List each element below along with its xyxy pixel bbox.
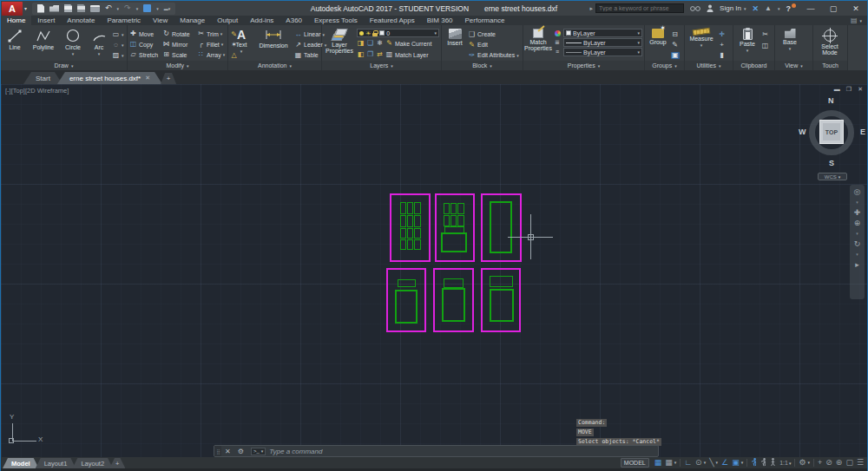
door[interactable] <box>442 288 465 322</box>
tab-insert[interactable]: Insert <box>31 16 61 25</box>
model-space-toggle[interactable]: MODEL <box>621 458 649 468</box>
isolate-objects-icon[interactable]: ⊘ <box>825 459 832 467</box>
linetype-select[interactable]: ByLayer ▾ <box>563 38 642 47</box>
layers-panel-label[interactable]: Layers▾ <box>322 61 441 70</box>
save-icon[interactable] <box>64 4 72 12</box>
command-input[interactable] <box>269 448 658 455</box>
close-button[interactable]: ✕ <box>845 1 867 16</box>
clean-screen-icon[interactable]: ▢ <box>845 459 853 467</box>
command-line[interactable]: ⣿ ✕ ⚙ >_▾ <box>214 445 659 457</box>
group-edit-icon[interactable]: ✎ <box>671 42 679 49</box>
object-snap-icon[interactable]: ▣▾ <box>732 459 743 467</box>
compass-east[interactable]: E <box>860 128 865 136</box>
customization-menu-icon[interactable]: ☰ <box>857 459 864 467</box>
text-button[interactable]: A Text ▾ <box>230 27 253 60</box>
tab-parametric[interactable]: Parametric <box>101 16 147 25</box>
ellipse-caret-icon[interactable]: ▾ <box>122 43 124 48</box>
quick-calc-icon[interactable]: ▮ <box>718 52 726 59</box>
snap-mode-icon[interactable]: ▦▾ <box>665 459 676 467</box>
layer-freeze-icon[interactable]: ❄ <box>376 40 384 47</box>
annotation-scale-person-icon[interactable] <box>770 458 776 468</box>
application-menu-caret-icon[interactable]: ▾ <box>24 5 27 11</box>
view-panel-label[interactable]: View▾ <box>775 61 812 70</box>
navbar-caret-icon[interactable]: ▾ <box>856 199 858 206</box>
base-button[interactable]: Base ▾ <box>777 27 803 60</box>
cut-icon[interactable]: ✂ <box>761 31 769 38</box>
viewport-controls[interactable]: [-][Top][2D Wireframe] <box>5 87 69 95</box>
window-pane[interactable] <box>414 202 421 214</box>
array-button[interactable]: ∷Array▾ <box>197 49 228 60</box>
layer-walk-icon[interactable]: ⇄ <box>376 51 384 58</box>
user-icon[interactable] <box>707 4 713 12</box>
transom[interactable] <box>444 278 464 288</box>
zoom-icon[interactable]: ⊕ <box>854 219 861 227</box>
undo-caret-icon[interactable]: ▾ <box>117 6 120 11</box>
grid-display-icon[interactable]: ▦ <box>654 459 662 467</box>
sign-in-button[interactable]: Sign In ▾ <box>720 4 746 12</box>
command-line-grip[interactable]: ⣿ <box>214 446 221 456</box>
new-drawing-tab-button[interactable]: + <box>161 73 176 84</box>
window-pane[interactable] <box>407 228 413 239</box>
command-customize-icon[interactable]: ⚙ <box>234 448 247 455</box>
transom[interactable] <box>490 276 513 287</box>
open-icon[interactable] <box>49 5 59 12</box>
exchange-apps-icon[interactable]: ✕ <box>753 4 760 13</box>
layer-lock-icon[interactable]: ◧ <box>357 51 365 58</box>
compass-north[interactable]: N <box>828 96 834 105</box>
window-pane[interactable] <box>444 215 450 226</box>
rectangle-caret-icon[interactable]: ▾ <box>122 32 124 37</box>
window-pane[interactable] <box>407 202 413 214</box>
block-panel-label[interactable]: Block▾ <box>442 61 523 70</box>
hatch-icon[interactable]: ▨ <box>112 52 120 59</box>
tab-featured-apps[interactable]: Featured Apps <box>364 16 421 25</box>
graphics-performance-icon[interactable]: ⊛ <box>836 459 843 467</box>
insert-button[interactable]: Insert <box>444 27 466 60</box>
minimize-button[interactable]: — <box>799 1 822 16</box>
search-go-icon[interactable]: ▸ <box>590 5 594 12</box>
object-snap-tracking-icon[interactable]: ∠ <box>721 459 728 467</box>
viewcube-top-face[interactable]: TOP <box>819 120 844 144</box>
polar-tracking-icon[interactable]: ⊙▾ <box>695 459 706 467</box>
plus-icon[interactable]: + <box>818 459 822 467</box>
workspace-gear-icon[interactable]: ⚙▾ <box>799 459 810 467</box>
drawing-canvas[interactable]: [-][Top][2D Wireframe] ▬ ❐ ✕ N S W E TOP… <box>1 84 867 458</box>
make-current-icon[interactable]: ✎ <box>385 40 393 47</box>
layer-select[interactable]: ☀ 0 ▾ <box>357 29 439 37</box>
window-pane[interactable] <box>444 203 450 214</box>
new-layout-button[interactable]: + <box>109 458 125 468</box>
window-pane[interactable] <box>400 215 406 227</box>
move-button[interactable]: ✚Move <box>129 29 162 39</box>
paste-button[interactable]: Paste ▾ <box>735 27 760 60</box>
window-opening[interactable] <box>490 201 512 253</box>
measure-button[interactable]: Measure ▾ <box>687 27 716 60</box>
line-button[interactable]: Line <box>3 27 27 60</box>
layout-tab-layout1[interactable]: Layout1 <box>36 458 76 468</box>
compass-south[interactable]: S <box>829 159 834 167</box>
lineweight-select[interactable]: ByLayer ▾ <box>563 48 642 56</box>
window-pane[interactable] <box>400 239 406 250</box>
save-as-icon[interactable] <box>77 4 85 12</box>
match-layer-label[interactable]: Match Layer <box>395 52 429 58</box>
tab-bim360[interactable]: BIM 360 <box>421 16 459 25</box>
isometric-drafting-icon[interactable]: ╲▾ <box>709 459 718 467</box>
workspace-caret-icon[interactable]: ▾ <box>156 6 159 11</box>
command-close-icon[interactable]: ✕ <box>221 448 234 455</box>
a360-caret-icon[interactable]: ▾ <box>778 6 780 11</box>
viewport-close-icon[interactable]: ✕ <box>858 86 863 93</box>
id-point-icon[interactable]: ✛ <box>718 31 726 38</box>
redo-caret-icon[interactable]: ▾ <box>136 6 139 11</box>
tab-manage[interactable]: Manage <box>174 16 211 25</box>
tab-performance[interactable]: Performance <box>459 16 511 25</box>
zoom-caret-icon[interactable]: ▾ <box>856 230 858 238</box>
qat-customize-icon[interactable]: ▬▾ <box>164 6 171 11</box>
file-tab-document[interactable]: erne street houses.dxf* ✕ <box>57 72 162 84</box>
draw-panel-label[interactable]: Draw▾ <box>1 61 127 70</box>
window-pane[interactable] <box>414 239 421 250</box>
new-drawing-icon[interactable] <box>37 4 44 13</box>
mirror-button[interactable]: ⋈Mirror <box>162 39 197 49</box>
orbit-icon[interactable]: ↻ <box>854 240 861 248</box>
viewport-restore-icon[interactable]: ❐ <box>846 86 852 93</box>
window-pane[interactable] <box>407 215 413 227</box>
ribbon-display-caret-icon[interactable]: ▾ <box>859 18 862 23</box>
properties-panel-label[interactable]: Properties▾ <box>523 61 644 70</box>
